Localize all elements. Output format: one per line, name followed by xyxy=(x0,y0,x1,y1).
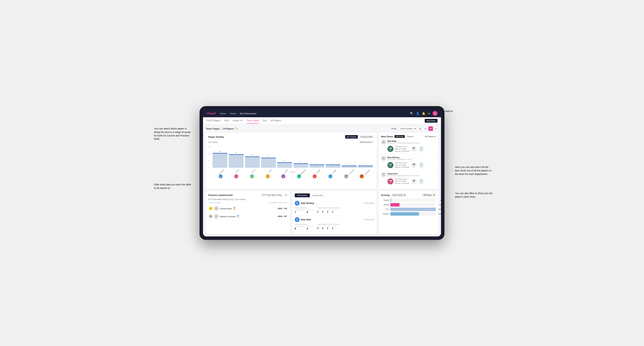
rank-badge: 2 xyxy=(209,215,212,218)
grid-view-button[interactable]: ⊞ xyxy=(418,126,422,131)
nav-home[interactable]: Home xyxy=(220,112,226,116)
bar-highlight xyxy=(326,165,340,165)
activity-tabs: On Course Practice Drills xyxy=(345,135,374,139)
user-avatar[interactable]: U xyxy=(432,111,438,116)
all-players-filter[interactable]: All Players ▾ xyxy=(425,135,436,138)
subnav-pga[interactable]: PGA xyxy=(224,118,229,124)
shots-list: M Matt Miller 09 Jun 2023 · Royal North … xyxy=(381,138,436,186)
tournament-col: Tournament 8 xyxy=(295,226,304,230)
nav-teams[interactable]: Teams xyxy=(230,112,236,116)
player-activity-header: Player Activity On Course Practice Drill… xyxy=(208,135,374,139)
all-shots-tab[interactable]: All Shots xyxy=(394,135,405,138)
players-tab[interactable]: Players xyxy=(406,135,415,138)
bar[interactable]: 13 xyxy=(212,153,227,168)
bar[interactable]: 10 xyxy=(245,156,260,168)
shot-player-meta: 23 Jul 2023 · Ashridge GC, Hole 15 xyxy=(388,159,434,160)
bar-chart: 15 10 5 0 13B. McHarg12R. Britt10D. Ford… xyxy=(208,145,374,173)
shot-item[interactable]: D David Ford 24 Aug 2023 · Royal North D… xyxy=(381,170,436,186)
menu-view-button[interactable]: ≡ xyxy=(434,126,438,131)
chart-content: 13B. McHarg12R. Britt10D. Ford9J. Coles5… xyxy=(211,145,374,173)
shot-item[interactable]: B Blair McHarg 23 Jul 2023 · Ashridge GC… xyxy=(381,154,436,170)
player-activity-card: Player Activity On Course Practice Drill… xyxy=(206,133,376,189)
add-icon[interactable]: ⊕ xyxy=(428,112,430,115)
player-avatar[interactable]: J xyxy=(266,174,270,178)
y-axis: 15 10 5 0 xyxy=(208,146,211,169)
bar[interactable]: 2 xyxy=(358,166,373,168)
bar[interactable]: 3 xyxy=(310,165,324,168)
player-avatar[interactable]: M xyxy=(328,174,333,178)
scoring-par-filter[interactable]: Par 3, 4 & 5s xyxy=(391,193,406,197)
subnav-team-clippd[interactable]: Team Clippd xyxy=(246,118,259,124)
lb-pb-score: 18/20 xyxy=(278,215,282,217)
active-player-name: Rees Britt xyxy=(301,218,311,221)
putt-label: PUTT xyxy=(332,209,336,211)
best-shots-header: Best Shots All Shots Players All Players… xyxy=(381,135,436,138)
bar[interactable]: 4 xyxy=(294,163,308,168)
bar[interactable]: 5 xyxy=(277,162,292,168)
leaderboard-dropdown[interactable]: PUTT Must Make Putting ... xyxy=(260,193,288,197)
subnav-hcaps[interactable]: Hcaps 1-5 xyxy=(232,118,243,124)
search-icon[interactable]: 🔍 xyxy=(410,112,414,115)
bar[interactable]: 9 xyxy=(261,158,276,168)
bar[interactable]: 12 xyxy=(229,154,244,168)
y-label-0: 0 xyxy=(208,167,210,169)
subnav-tour[interactable]: Tour xyxy=(262,118,267,124)
chevron-down-icon: ▾ xyxy=(372,141,372,143)
leaderboard-row[interactable]: 1 R Richard Butler 🥇 19/20 110 xyxy=(208,205,288,212)
shot-dist-text: Shot Dist: 43 yds xyxy=(395,162,409,164)
y-label-15: 15 xyxy=(208,146,210,148)
player-avatar[interactable]: B xyxy=(218,174,223,178)
main-two-col: Player Activity On Course Practice Drill… xyxy=(206,133,438,189)
player-avatar[interactable]: L xyxy=(360,174,364,178)
shot-stats: 200 SG Shot Dist: 43 yds Start Lie: Roug… xyxy=(388,162,436,169)
least-active-tab[interactable]: Least Active xyxy=(310,193,325,197)
most-active-tab[interactable]: Most Active xyxy=(295,193,310,197)
bar-value: 2 xyxy=(349,163,350,165)
arg-value: 0 xyxy=(327,227,330,230)
bar[interactable]: 2 xyxy=(342,166,356,168)
chart-filter-label: Total Rounds xyxy=(360,141,371,143)
most-active-card: Most Active Least Active B Blair McHarg … xyxy=(292,191,376,234)
player-avatar[interactable]: D xyxy=(250,174,254,178)
on-course-tab[interactable]: On Course xyxy=(345,135,358,139)
users-icon[interactable]: 👤 xyxy=(416,112,420,115)
tournament-label: Tournament xyxy=(295,226,304,227)
bar-group: 2E. Crossman xyxy=(342,166,356,171)
scoring-player-filter[interactable]: All Players xyxy=(422,193,436,197)
favorite-view-button[interactable]: ♥ xyxy=(428,126,433,131)
active-player-card[interactable]: B Blair McHarg 26 Aug 2023 Total Rounds … xyxy=(295,199,374,215)
list-view-button[interactable]: ⊟ xyxy=(423,126,428,131)
bar-highlight xyxy=(358,166,373,166)
edit-icon[interactable]: ✏️ xyxy=(235,127,238,130)
shot-detail-text: Shot Dist: 16 yds Start Lie: Rough End L… xyxy=(395,178,409,185)
bar-group: 10D. Ford xyxy=(245,156,260,171)
bar-group: 4O. Billingham xyxy=(294,163,308,171)
shot-distance-number: 67 xyxy=(413,147,415,149)
leaderboard-row[interactable]: 2 E Edward Crossman 🥈 18/20 107 xyxy=(208,212,288,220)
shot-player-meta: 09 Jun 2023 · Royal North Devon GC, Hole… xyxy=(388,142,434,144)
bell-icon[interactable]: 🔔 xyxy=(422,112,426,115)
chart-filter-dropdown[interactable]: Total Rounds ▾ xyxy=(358,140,374,144)
active-players-list: B Blair McHarg 26 Aug 2023 Total Rounds … xyxy=(295,199,374,232)
subnav-all-players[interactable]: All Players xyxy=(270,118,281,124)
subnav-pgat-players[interactable]: PGAT Players xyxy=(206,118,221,124)
rounds-stat-group: Total Rounds Tournament 7 Practice 6 xyxy=(295,207,314,213)
practice-drills-tab[interactable]: Practice Drills xyxy=(359,135,374,139)
shots-tabs: All Shots Players xyxy=(394,135,415,138)
bar[interactable]: 3 xyxy=(326,165,340,168)
lb-pb-avg: 110 xyxy=(284,207,287,209)
period-select[interactable]: Last 3 months Last 6 months Last year xyxy=(398,127,416,131)
nav-my-performance[interactable]: My Performance xyxy=(240,112,256,116)
player-avatar[interactable]: R xyxy=(312,174,317,178)
putt-col: PUTT 0 xyxy=(332,226,336,230)
scoring-bar-fill xyxy=(390,198,391,202)
lb-player-info: R Richard Butler 🥇 xyxy=(214,206,276,211)
active-player-card[interactable]: R Rees Britt 02 Sep 2023 Total Rounds To… xyxy=(295,215,374,232)
tournament-value: 8 xyxy=(295,227,304,230)
add-team-button[interactable]: Add Team xyxy=(425,119,438,123)
active-player-date: 02 Sep 2023 xyxy=(364,219,374,220)
scoring-header: Scoring Par 3, 4 & 5s All Players xyxy=(381,193,436,197)
player-avatar[interactable]: E xyxy=(281,174,286,178)
shot-item[interactable]: M Matt Miller 09 Jun 2023 · Royal North … xyxy=(381,138,436,154)
player-avatar[interactable]: R xyxy=(234,174,238,178)
